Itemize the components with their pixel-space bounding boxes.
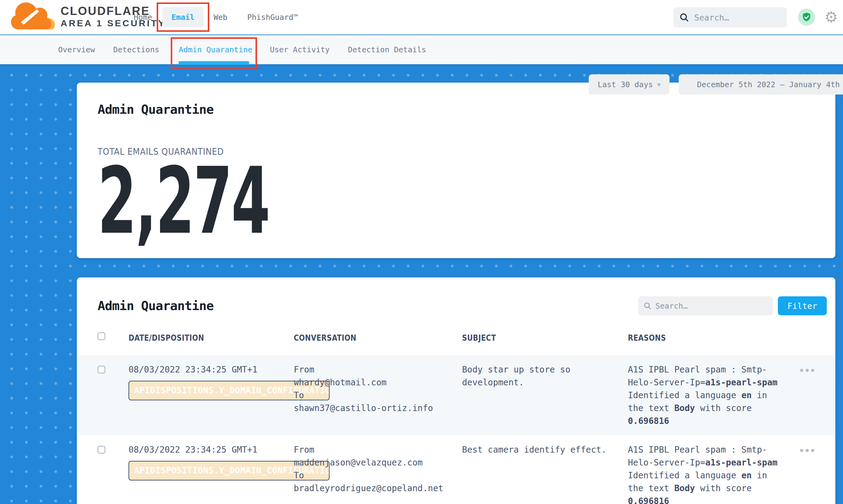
search-icon: [643, 302, 652, 310]
cell-conversation: Frommaddenjason@velazquez.comTobradleyro…: [294, 444, 462, 504]
search-icon: [679, 12, 689, 23]
row-checkbox[interactable]: [98, 446, 105, 453]
cloudflare-cloud-icon: [11, 2, 57, 31]
from-address: maddenjason@velazquez.com: [294, 457, 423, 468]
date-range-preset-label: Last 30 days: [598, 80, 653, 89]
nav-item-home[interactable]: Home: [134, 0, 152, 35]
row-actions-menu-icon[interactable]: [800, 449, 814, 504]
tab-user-activity[interactable]: User Activity: [270, 35, 330, 64]
nav-item-web[interactable]: Web: [214, 0, 227, 35]
global-search[interactable]: [673, 7, 787, 28]
select-all-checkbox[interactable]: [98, 332, 105, 340]
filter-button[interactable]: Filter: [778, 296, 827, 315]
cell-conversation: Fromwhardy@hotmail.comToshawn37@castillo…: [294, 363, 462, 435]
to-label: To: [294, 390, 304, 400]
tab-detection-details[interactable]: Detection Details: [348, 35, 426, 64]
column-header-subject: SUBJECT: [462, 333, 496, 343]
tab-overview[interactable]: Overview: [58, 35, 95, 64]
column-header-conversation: CONVERSATION: [294, 333, 356, 343]
main-content-area: Admin Quarantine TOTAL EMAILS QUARANTINE…: [0, 64, 843, 504]
cell-reasons: A1S IPBL Pearl spam : Smtp- Helo-Server-…: [628, 444, 790, 504]
to-label: To: [294, 470, 304, 481]
from-address: whardy@hotmail.com: [294, 377, 386, 388]
table-row[interactable]: APIDISPOSITIONS.Y_DOMAIN_CONFIGURATION 0…: [77, 435, 835, 504]
table-search[interactable]: [638, 296, 773, 315]
table-header-row: DATE/DISPOSITION CONVERSATION SUBJECT RE…: [77, 315, 835, 355]
search-input[interactable]: [694, 13, 783, 22]
table-search-input[interactable]: [655, 302, 756, 310]
from-label: From: [294, 445, 314, 455]
to-address: shawn37@castillo-ortiz.info: [294, 403, 433, 413]
security-status-badge[interactable]: [798, 8, 815, 26]
date-range-text: December 5th 2022 — January 4th 2023: [697, 80, 843, 89]
cell-subject: Body star up store so development.: [462, 363, 618, 435]
quarantine-table-card: Admin Quarantine Filter DATE/DISPOSITION…: [77, 277, 835, 504]
metric-value: 2,274: [98, 160, 269, 242]
gear-icon[interactable]: ⚙: [824, 6, 838, 28]
table-card-title: Admin Quarantine: [98, 299, 638, 313]
date-range-preset-dropdown[interactable]: Last 30 days ▾: [589, 74, 669, 94]
column-header-reasons: REASONS: [628, 333, 666, 343]
row-actions-menu-icon[interactable]: [800, 369, 814, 435]
cell-subject: Best camera identify effect.: [462, 444, 618, 504]
email-subnav: Overview Detections Admin Quarantine Use…: [0, 35, 843, 64]
date-range-display[interactable]: December 5th 2022 — January 4th 2023: [679, 74, 843, 94]
cell-reasons: A1S IPBL Pearl spam : Smtp- Helo-Server-…: [628, 363, 790, 435]
from-label: From: [294, 364, 314, 375]
to-address: bradleyrodriguez@copeland.net: [294, 483, 443, 493]
summary-card: Admin Quarantine TOTAL EMAILS QUARANTINE…: [77, 83, 835, 258]
shield-check-icon: [802, 12, 812, 22]
tab-admin-quarantine[interactable]: Admin Quarantine: [179, 35, 252, 64]
row-checkbox[interactable]: [98, 366, 105, 373]
app-root: CLOUDFLARE AREA 1 SECURITY Home Email We…: [0, 0, 843, 504]
active-tab-underline: [179, 61, 249, 65]
summary-card-title: Admin Quarantine: [98, 102, 814, 117]
column-header-date: DATE/DISPOSITION: [128, 333, 204, 343]
table-row[interactable]: APIDISPOSITIONS.Y_DOMAIN_CONFIGURATION 0…: [77, 355, 835, 435]
nav-item-email[interactable]: Email: [162, 7, 204, 27]
top-header: CLOUDFLARE AREA 1 SECURITY Home Email We…: [0, 0, 843, 35]
tab-detections[interactable]: Detections: [113, 35, 159, 64]
chevron-down-icon: ▾: [657, 81, 661, 88]
nav-item-phishguard[interactable]: PhishGuard™: [247, 0, 298, 35]
